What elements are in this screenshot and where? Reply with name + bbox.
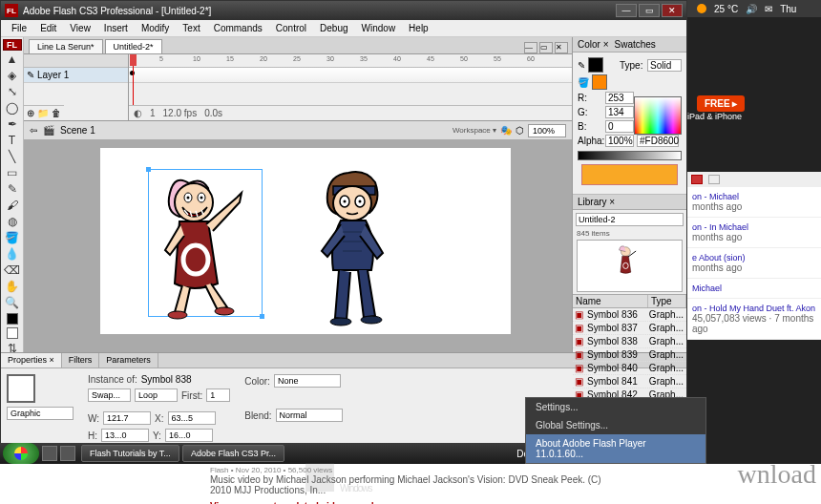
loop-select[interactable]: Loop: [135, 388, 178, 402]
delete-layer-icon[interactable]: 🗑: [52, 108, 61, 118]
taskbar-task[interactable]: Adobe Flash CS3 Pr...: [182, 445, 284, 462]
color-picker[interactable]: [634, 96, 682, 135]
layer-name[interactable]: Layer 1: [37, 70, 69, 80]
scene-name[interactable]: Scene 1: [60, 125, 95, 136]
video-item[interactable]: on - In Michaelmonths ago: [687, 218, 821, 248]
library-item[interactable]: ▣Symbol 841Graph...: [573, 375, 686, 388]
zoom-input[interactable]: [528, 124, 566, 137]
menu-help[interactable]: Help: [402, 21, 435, 35]
blend-select[interactable]: Normal: [276, 409, 343, 422]
video-item[interactable]: e About (sion)months ago: [687, 248, 821, 279]
close-button[interactable]: ✕: [662, 4, 683, 17]
eyedropper-tool[interactable]: 💧: [4, 246, 21, 262]
eraser-tool[interactable]: ⌫: [4, 262, 21, 278]
free-button[interactable]: FREE ▸: [697, 95, 745, 112]
character-left[interactable]: [146, 169, 270, 322]
stage-wrapper[interactable]: [24, 140, 572, 352]
x-input[interactable]: [168, 411, 216, 425]
instance-type-select[interactable]: Graphic: [7, 407, 74, 420]
new-folder-icon[interactable]: 📁: [37, 108, 49, 118]
menu-edit[interactable]: Edit: [33, 21, 63, 35]
ql-icon[interactable]: [60, 446, 75, 461]
back-icon[interactable]: ⇦: [30, 125, 37, 136]
y-input[interactable]: [165, 429, 213, 442]
titlebar[interactable]: FL Adobe Flash CS3 Professional - [Untit…: [1, 1, 686, 20]
library-item[interactable]: ▣Symbol 836Graph...: [573, 308, 686, 322]
hand-tool[interactable]: ✋: [4, 279, 21, 294]
b-input[interactable]: 0: [605, 120, 634, 133]
text-tool[interactable]: T: [4, 133, 21, 148]
doc-tab[interactable]: Line La Serun*: [29, 39, 103, 53]
fill-color[interactable]: [4, 326, 21, 340]
menu-insert[interactable]: Insert: [97, 21, 135, 35]
doc-restore-icon[interactable]: ▭: [539, 42, 553, 53]
doc-close-icon[interactable]: ✕: [555, 42, 568, 53]
video-item[interactable]: Michael: [687, 279, 821, 299]
menu-file[interactable]: File: [5, 21, 33, 35]
mail-icon[interactable]: ✉: [765, 4, 772, 14]
subselect-tool[interactable]: ◈: [4, 68, 21, 83]
speaker-icon[interactable]: 🔊: [746, 4, 757, 14]
color-effect-select[interactable]: None: [274, 374, 341, 388]
edit-scene-icon[interactable]: 🎭: [500, 125, 512, 136]
col-name[interactable]: Name: [573, 295, 648, 307]
video-item[interactable]: on - Hold My Hand Duet ft. Akon45,057,08…: [687, 299, 821, 340]
menu-commands[interactable]: Commands: [207, 21, 269, 35]
w-input[interactable]: [103, 411, 151, 425]
pen-tool[interactable]: ✒: [4, 116, 21, 132]
library-doc-select[interactable]: Untitled-2: [576, 213, 684, 226]
edit-symbol-icon[interactable]: ⬡: [516, 125, 524, 136]
library-item[interactable]: ▣Symbol 837Graph...: [573, 322, 686, 335]
library-item[interactable]: ▣Symbol 840Graph...: [573, 362, 686, 375]
menu-debug[interactable]: Debug: [313, 21, 354, 35]
cm-global-settings[interactable]: Global Settings...: [526, 416, 705, 434]
rectangle-tool[interactable]: ▭: [4, 165, 21, 180]
type-select[interactable]: Solid: [647, 59, 682, 72]
maximize-button[interactable]: ▭: [639, 4, 660, 17]
alpha-input[interactable]: 100%: [605, 135, 634, 147]
menu-text[interactable]: Text: [176, 21, 206, 35]
selection-tool[interactable]: ▲: [4, 52, 21, 67]
menu-modify[interactable]: Modify: [135, 21, 176, 35]
doc-minimize-icon[interactable]: —: [524, 42, 537, 53]
onion-skin-icon[interactable]: ◐: [134, 108, 142, 118]
tab-swatches[interactable]: Swatches: [615, 39, 662, 50]
timeline-frames[interactable]: 151015202530354045505560 ◐ 1 12.0 fps 0.…: [129, 54, 572, 120]
h-input[interactable]: [101, 429, 149, 442]
brush-tool[interactable]: 🖌: [4, 198, 21, 213]
cm-settings[interactable]: Settings...: [526, 398, 705, 416]
g-input[interactable]: 134: [605, 106, 634, 118]
tab-properties[interactable]: Properties ×: [1, 353, 62, 368]
video-item[interactable]: on - Michaelmonths ago: [687, 187, 821, 218]
hex-input[interactable]: #FD8600: [637, 135, 679, 147]
gradient-strip[interactable]: [578, 151, 682, 160]
tab-parameters[interactable]: Parameters: [99, 353, 158, 368]
layer-row[interactable]: ✎ Layer 1: [24, 68, 128, 83]
swap-button[interactable]: Swap...: [88, 388, 131, 402]
pencil-tool[interactable]: ✎: [4, 181, 21, 197]
lasso-tool[interactable]: ◯: [4, 100, 21, 116]
stroke-color[interactable]: [4, 312, 21, 326]
tab-library[interactable]: Library ×: [578, 197, 621, 207]
minimize-button[interactable]: —: [616, 4, 637, 17]
r-input[interactable]: 253: [605, 92, 634, 104]
stage[interactable]: [100, 148, 511, 334]
fill-swatch[interactable]: [592, 74, 607, 90]
ql-icon[interactable]: [42, 446, 57, 461]
tab-filters[interactable]: Filters: [62, 353, 100, 368]
menu-window[interactable]: Window: [355, 21, 403, 35]
tab-color[interactable]: Color ×: [578, 39, 615, 50]
cm-about[interactable]: About Adobe Flash Player 11.0.1.60...: [526, 434, 705, 463]
new-layer-icon[interactable]: ⊕: [27, 108, 34, 118]
taskbar-task[interactable]: Flash Tutorials by T...: [81, 445, 179, 462]
ink-bottle-tool[interactable]: ◍: [4, 214, 21, 229]
col-type[interactable]: Type: [648, 295, 686, 307]
menu-control[interactable]: Control: [269, 21, 313, 35]
doc-tab[interactable]: Untitled-2*: [105, 39, 162, 53]
line-tool[interactable]: ╲: [4, 149, 21, 164]
free-transform-tool[interactable]: ⤡: [4, 84, 21, 99]
paint-bucket-tool[interactable]: 🪣: [4, 230, 21, 245]
workspace-label[interactable]: Workspace ▾: [453, 126, 496, 135]
start-button[interactable]: [3, 443, 39, 464]
frame-track[interactable]: [129, 68, 572, 83]
